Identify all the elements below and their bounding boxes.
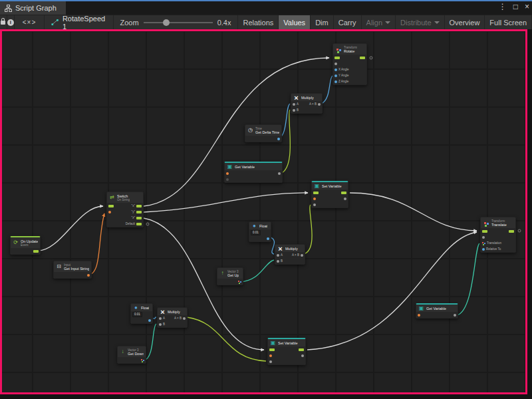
node-set-variable-mid[interactable]: ▣Set Variable — [311, 181, 348, 208]
node-set-variable-bottom[interactable]: ▣Set Variable — [267, 338, 306, 365]
vector3-port-out[interactable] — [141, 359, 142, 360]
node-vector3-get-down[interactable]: ↓Vector 3Get Down — [117, 346, 146, 364]
node-get-delta-time[interactable]: ◷TimeGet Delta Time — [245, 124, 282, 142]
node-subtitle: Event — [21, 243, 38, 247]
flow-port-out[interactable] — [136, 223, 142, 225]
gray-port-out[interactable] — [344, 198, 346, 200]
window-menu-button[interactable]: ⋮ — [499, 2, 507, 11]
value-input[interactable]: 0.01 — [251, 230, 261, 235]
blue-port-out[interactable] — [267, 237, 269, 240]
gray-port-out[interactable] — [183, 317, 186, 320]
node-multiply-top[interactable]: ×MultiplyAA × BB — [291, 93, 323, 114]
toolbar-button-carry[interactable]: Carry — [334, 15, 362, 29]
flow-port-in[interactable] — [108, 205, 114, 207]
toolbar-button-overview[interactable]: Overview — [445, 15, 485, 29]
node-float-mid[interactable]: ●Float0.01 — [249, 221, 271, 242]
port-row: X Angle — [333, 66, 366, 72]
gray-port-out[interactable] — [454, 314, 456, 317]
blue-port-out[interactable] — [277, 138, 280, 140]
orange-port-in[interactable] — [226, 172, 229, 175]
orange-port-in[interactable] — [108, 211, 111, 213]
port-row — [11, 248, 40, 254]
value-input[interactable]: 0.01 — [132, 312, 142, 317]
zoom-slider-thumb[interactable] — [163, 19, 170, 26]
toolbar-button-relations[interactable]: Relations — [238, 15, 279, 29]
node-float-bottom[interactable]: ●Float0.01 — [130, 303, 153, 324]
port-row — [333, 61, 366, 66]
gray-port-in[interactable] — [293, 103, 295, 106]
node-title: Float — [259, 224, 267, 228]
toolbar-button-values[interactable]: Values — [279, 15, 311, 29]
node-on-update[interactable]: ⟳On UpdateEvent — [10, 236, 41, 255]
window-maximize-button[interactable]: □ — [513, 2, 518, 11]
window-close-button[interactable]: × — [525, 2, 529, 11]
node-get-input-string[interactable]: ⊟InputGet Input String — [53, 261, 92, 279]
flow-port-out[interactable] — [136, 211, 142, 213]
gray-port-in[interactable] — [159, 317, 162, 320]
zoom-slider[interactable] — [144, 22, 213, 23]
gray-port-out[interactable] — [278, 172, 281, 175]
chevron-down-icon — [434, 21, 440, 24]
tab-script-graph[interactable]: Script Graph — [0, 1, 66, 15]
flow-port-out[interactable] — [136, 217, 142, 219]
gray-port-in[interactable] — [293, 109, 295, 112]
orange-port-out[interactable] — [87, 274, 90, 277]
vector3-port-out[interactable] — [238, 281, 239, 282]
node-translate[interactable]: TransformTranslateTranslationRelative To — [480, 217, 516, 253]
graph-name: RotateSpeed 1 — [63, 15, 106, 31]
port-row: Y Angle — [333, 72, 366, 78]
port-row: "z" — [107, 215, 143, 221]
flow-port-in[interactable] — [334, 57, 340, 59]
node-get-variable-right[interactable]: ▣Get Variable — [416, 303, 458, 319]
flow-port-in[interactable] — [313, 192, 319, 194]
blue-port-out[interactable] — [148, 319, 151, 322]
node-switch-on-string[interactable]: ⇄SwitchOn String"x""y""z"Default — [106, 192, 144, 227]
blue-port-in[interactable] — [334, 80, 337, 83]
flow-port-in[interactable] — [269, 348, 275, 351]
gray-port-in[interactable] — [277, 260, 279, 263]
port-row — [481, 234, 515, 240]
gray-port-in[interactable] — [277, 254, 279, 257]
toolbar-button-dim[interactable]: Dim — [311, 15, 334, 29]
flow-port-out[interactable] — [360, 57, 365, 59]
lock-button[interactable] — [0, 15, 7, 29]
gray-port-in[interactable] — [482, 236, 485, 239]
blue-port-in[interactable] — [334, 68, 337, 71]
toolbar-button-full-screen[interactable]: Full Screen — [485, 15, 532, 29]
blue-port-in[interactable] — [334, 74, 337, 77]
flow-port-out[interactable] — [136, 205, 142, 207]
gray-port-in[interactable] — [159, 323, 162, 326]
gray-port-in[interactable] — [334, 63, 337, 65]
node-multiply-bottom[interactable]: ×MultiplyAA × BB — [157, 307, 188, 328]
graph-title[interactable]: RotateSpeed 1 — [45, 15, 113, 29]
node-rotate[interactable]: TransformRotateX AngleY AngleZ Angle — [332, 43, 367, 85]
blue-port-in[interactable] — [482, 248, 485, 251]
node-get-variable-top[interactable]: ▣Get Variable — [224, 162, 283, 183]
code-preview-button[interactable]: <×> — [15, 15, 45, 29]
tab-title: Script Graph — [15, 4, 57, 12]
gray-port-out[interactable] — [318, 103, 321, 106]
gray-port-in[interactable] — [269, 360, 272, 363]
port-label: Relative To — [486, 247, 501, 251]
info-button[interactable]: i — [7, 15, 15, 29]
port-row — [131, 317, 152, 323]
orange-port-in[interactable] — [418, 314, 420, 317]
zoom-control: Zoom 0.4x — [114, 15, 239, 29]
node-multiply-mid[interactable]: ×MultiplyAA × BB — [275, 244, 305, 265]
gray-port-in[interactable] — [313, 203, 316, 206]
flow-port-out[interactable] — [299, 348, 304, 351]
graph-canvas[interactable] — [0, 29, 527, 394]
flow-port-out[interactable] — [33, 250, 39, 253]
node-vector3-get-up[interactable]: ↑Vector 3Get Up — [217, 267, 243, 285]
flow-port-in[interactable] — [482, 230, 487, 233]
port-label: Default — [126, 222, 135, 225]
faint-port-in[interactable] — [226, 178, 229, 181]
flow-port-out[interactable] — [509, 230, 514, 233]
gray-port-out[interactable] — [301, 254, 303, 257]
multiply-icon: × — [293, 95, 299, 100]
vector3-port-in[interactable] — [482, 242, 483, 243]
orange-port-in[interactable] — [313, 198, 316, 200]
orange-port-in[interactable] — [269, 354, 272, 357]
gray-port-out[interactable] — [301, 354, 304, 357]
flow-port-out[interactable] — [341, 192, 346, 194]
